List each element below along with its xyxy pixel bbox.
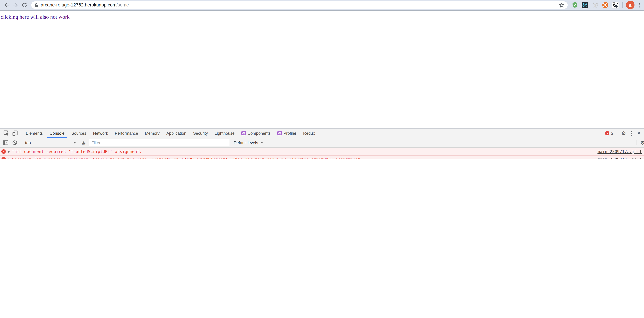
- tab-sources[interactable]: Sources: [68, 128, 90, 138]
- tab-profiler[interactable]: Profiler: [274, 128, 300, 138]
- orange-hub-extension-icon[interactable]: [602, 2, 609, 8]
- tab-components[interactable]: Components: [238, 128, 274, 138]
- log-levels-select[interactable]: Default levels: [234, 140, 263, 145]
- bookmark-star-icon[interactable]: [559, 2, 564, 8]
- live-expression-button[interactable]: ◉: [82, 140, 86, 145]
- browser-menu-button[interactable]: [638, 3, 642, 7]
- react-tab-icon: [241, 131, 246, 135]
- toolbar-separator: [622, 2, 622, 8]
- url-host: arcane-refuge-12762.herokuapp.com: [41, 3, 116, 8]
- url-path: /some: [116, 3, 129, 8]
- error-message: This document requires 'TrustedScriptURL…: [12, 149, 593, 154]
- error-count: 2: [611, 131, 614, 135]
- reload-icon: [22, 2, 28, 8]
- forward-arrow-icon: [12, 2, 19, 8]
- error-badge-icon[interactable]: ×: [605, 131, 610, 135]
- tab-network[interactable]: Network: [90, 128, 111, 138]
- back-arrow-icon: [4, 2, 10, 8]
- eye-icon: ◉: [82, 140, 86, 145]
- execution-context-select[interactable]: top: [22, 140, 76, 145]
- tab-console[interactable]: Console: [46, 128, 68, 138]
- tabbar-separator: [21, 131, 21, 136]
- address-bar[interactable]: arcane-refuge-12762.herokuapp.com/some: [31, 1, 568, 9]
- device-toolbar-icon: [12, 130, 18, 136]
- inspect-element-button[interactable]: [2, 128, 10, 138]
- adblock-shield-icon[interactable]: [571, 2, 578, 8]
- console-toolbar-separator: [636, 140, 637, 145]
- clear-console-button[interactable]: [10, 140, 19, 145]
- chevron-down-icon: [73, 142, 76, 143]
- console-messages: × This document requires 'TrustedScriptU…: [0, 147, 644, 159]
- devtools-tabbar-right: × 2 ⚙ ×: [605, 128, 644, 138]
- extensions-area: a: [571, 1, 642, 9]
- error-message: Uncaught (in promise) TypeError: Failed …: [12, 157, 593, 159]
- devtools-tabbar: Elements Console Sources Network Perform…: [0, 128, 644, 138]
- tabbar-separator: [617, 130, 617, 136]
- devtools-settings-button[interactable]: ⚙: [620, 131, 627, 136]
- tab-application[interactable]: Application: [163, 128, 190, 138]
- tab-performance[interactable]: Performance: [111, 128, 142, 138]
- close-icon: ×: [637, 130, 640, 136]
- devtools-menu-button[interactable]: [630, 131, 633, 135]
- console-sidebar-icon: [3, 140, 8, 145]
- console-error-row: × This document requires 'TrustedScriptU…: [0, 147, 644, 156]
- page-link[interactable]: clicking here will also not work: [1, 14, 70, 20]
- browser-toolbar: arcane-refuge-12762.herokuapp.com/some: [0, 0, 644, 10]
- console-toolbar: top ◉ Default levels ⚙: [0, 138, 644, 147]
- console-sidebar-button[interactable]: [1, 140, 10, 145]
- console-settings-button[interactable]: ⚙: [640, 140, 644, 146]
- profile-avatar[interactable]: a: [626, 1, 634, 9]
- console-error-row: × Uncaught (in promise) TypeError: Faile…: [0, 156, 644, 159]
- error-icon: ×: [1, 149, 6, 154]
- source-link[interactable]: main-2309717….js:1: [598, 157, 642, 159]
- react-devtools-icon[interactable]: [582, 2, 588, 8]
- tab-elements[interactable]: Elements: [22, 128, 46, 138]
- orbit-extension-icon[interactable]: [592, 2, 598, 8]
- avatar-letter: a: [629, 2, 632, 8]
- context-label: top: [25, 140, 31, 145]
- url-text: arcane-refuge-12762.herokuapp.com/some: [41, 3, 129, 8]
- screen: arcane-refuge-12762.herokuapp.com/some: [0, 0, 644, 159]
- page-content: clicking here will also not work: [0, 11, 644, 128]
- source-link[interactable]: main-2309717….js:1: [598, 149, 642, 154]
- chevron-down-icon: [260, 142, 263, 143]
- back-button[interactable]: [3, 1, 10, 9]
- expand-triangle-icon[interactable]: [8, 158, 10, 159]
- inspect-cursor-icon: [3, 130, 9, 136]
- clear-console-icon: [12, 140, 17, 145]
- forward-button[interactable]: [12, 1, 19, 9]
- devtools-panel: Elements Console Sources Network Perform…: [0, 128, 644, 159]
- expand-triangle-icon[interactable]: [8, 150, 10, 153]
- devtools-close-button[interactable]: ×: [636, 130, 642, 136]
- gear-icon: ⚙: [640, 140, 644, 145]
- console-toolbar-right: ⚙: [633, 140, 644, 146]
- tab-redux[interactable]: Redux: [300, 128, 318, 138]
- log-levels-label: Default levels: [234, 140, 258, 145]
- filter-input[interactable]: [89, 139, 230, 146]
- tab-memory[interactable]: Memory: [142, 128, 163, 138]
- error-icon: ×: [1, 157, 6, 159]
- tab-lighthouse[interactable]: Lighthouse: [211, 128, 238, 138]
- qr-extension-icon[interactable]: [612, 2, 619, 8]
- lock-icon[interactable]: [34, 3, 38, 7]
- gear-icon: ⚙: [622, 131, 626, 136]
- react-tab-icon: [277, 131, 282, 135]
- tab-security[interactable]: Security: [190, 128, 211, 138]
- reload-button[interactable]: [21, 1, 28, 9]
- device-toolbar-button[interactable]: [10, 128, 19, 138]
